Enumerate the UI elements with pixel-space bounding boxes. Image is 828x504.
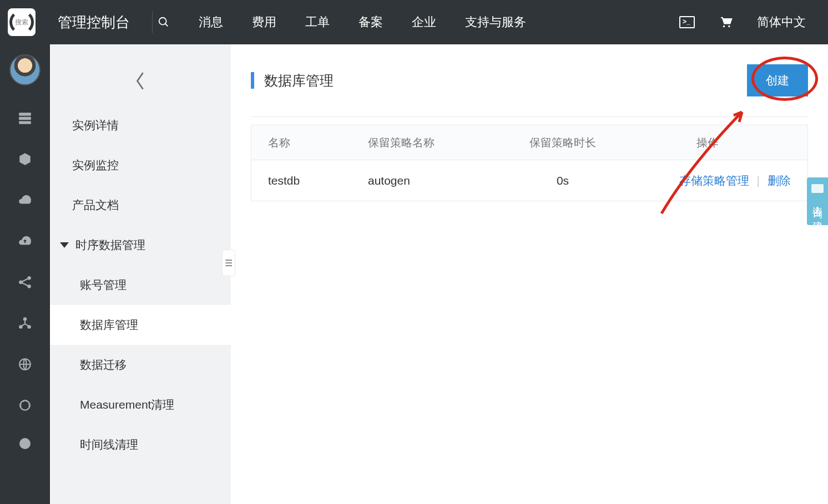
th-ops: 操作: [624, 135, 791, 150]
th-ops-label: 操作: [696, 135, 719, 150]
th-policy-duration: 保留策略时长: [501, 135, 624, 150]
svg-rect-3: [19, 117, 31, 120]
svg-rect-4: [19, 121, 31, 124]
feedback-tab[interactable]: 咨询 建议: [807, 177, 828, 225]
table-header: 名称 保留策略名称 保留策略时长 操作: [251, 125, 807, 160]
menu-sidebar: 实例详情 实例监控 产品文档 时序数据管理 账号管理 数据库管理 数据迁移 Me…: [50, 44, 231, 504]
menu-docs[interactable]: 产品文档: [50, 185, 231, 225]
menu-instance-detail[interactable]: 实例详情: [50, 105, 231, 145]
storage-policy-link[interactable]: 存储策略管理: [679, 173, 749, 189]
logo-text: 搜索: [15, 18, 28, 27]
page-head: 数据库管理 创建: [251, 64, 808, 116]
submenu-migration[interactable]: 数据迁移: [50, 345, 231, 385]
th-name: 名称: [268, 135, 368, 150]
globe-icon[interactable]: [17, 356, 33, 373]
avatar[interactable]: [9, 54, 41, 85]
delete-link[interactable]: 删除: [768, 173, 791, 189]
back-button[interactable]: [50, 64, 231, 98]
page-title-wrap: 数据库管理: [251, 72, 334, 90]
svg-point-0: [159, 18, 166, 25]
feedback-line2: 建议: [811, 213, 824, 217]
feedback-dot: [816, 207, 819, 209]
nav-filing[interactable]: 备案: [359, 14, 383, 30]
menu-tsdm-label: 时序数据管理: [75, 237, 145, 253]
divider: [251, 116, 808, 117]
top-nav: 消息 费用 工单 备案 企业 支持与服务: [199, 14, 679, 30]
cell-name: testdb: [268, 174, 368, 187]
network-icon[interactable]: [17, 274, 33, 291]
server-icon[interactable]: [17, 110, 33, 126]
svg-line-1: [165, 24, 168, 27]
feedback-icon: [811, 184, 824, 193]
terminal-icon[interactable]: [679, 16, 695, 28]
gear-alt-icon[interactable]: [17, 397, 33, 414]
svg-point-12: [20, 400, 29, 410]
svg-rect-2: [19, 113, 31, 115]
cart-icon[interactable]: [718, 14, 734, 30]
brand-logo[interactable]: 搜索: [8, 8, 36, 36]
menu-instance-monitor[interactable]: 实例监控: [50, 145, 231, 185]
header-right: 简体中文: [679, 14, 806, 30]
nav-enterprise[interactable]: 企业: [412, 14, 436, 30]
database-table: 名称 保留策略名称 保留策略时长 操作 testdb autogen 0s 存储…: [251, 125, 808, 201]
create-button[interactable]: 创建: [747, 64, 808, 96]
nav-billing[interactable]: 费用: [252, 14, 276, 30]
menu-tsdm[interactable]: 时序数据管理: [50, 225, 231, 265]
nav-message[interactable]: 消息: [199, 14, 223, 30]
nav-ticket[interactable]: 工单: [305, 14, 330, 30]
cell-duration: 0s: [501, 174, 624, 187]
top-header: 搜索 管理控制台 消息 费用 工单 备案 企业 支持与服务 简体中文: [0, 0, 828, 44]
main-content: 数据库管理 创建 名称 保留策略名称 保留策略时长 操作 testdb auto…: [231, 44, 828, 504]
svg-point-8: [23, 317, 27, 321]
submenu-account[interactable]: 账号管理: [50, 265, 231, 305]
cube-icon[interactable]: [17, 151, 33, 167]
page-title: 数据库管理: [264, 72, 334, 90]
cloud-icon[interactable]: [17, 192, 33, 208]
submenu-timeline-clean[interactable]: 时间线清理: [50, 425, 231, 465]
th-policy-name: 保留策略名称: [368, 135, 501, 150]
cell-policy: autogen: [368, 174, 501, 187]
submenu-measurement-clean[interactable]: Measurement清理: [50, 385, 231, 425]
more-icon[interactable]: [19, 438, 31, 449]
language-selector[interactable]: 简体中文: [757, 14, 806, 30]
search-icon[interactable]: [152, 11, 174, 33]
table-row: testdb autogen 0s 存储策略管理 | 删除: [251, 160, 807, 201]
cell-ops: 存储策略管理 | 删除: [624, 173, 791, 189]
submenu-database[interactable]: 数据库管理: [50, 305, 231, 345]
console-label[interactable]: 管理控制台: [58, 13, 152, 32]
icon-sidebar: [0, 44, 50, 504]
ops-divider: |: [757, 174, 760, 187]
chevron-down-icon: [60, 242, 69, 248]
cloud-upload-icon[interactable]: [17, 233, 33, 250]
nodes-icon[interactable]: [17, 315, 33, 332]
nav-support[interactable]: 支持与服务: [465, 14, 526, 30]
feedback-line1: 咨询: [811, 198, 824, 203]
